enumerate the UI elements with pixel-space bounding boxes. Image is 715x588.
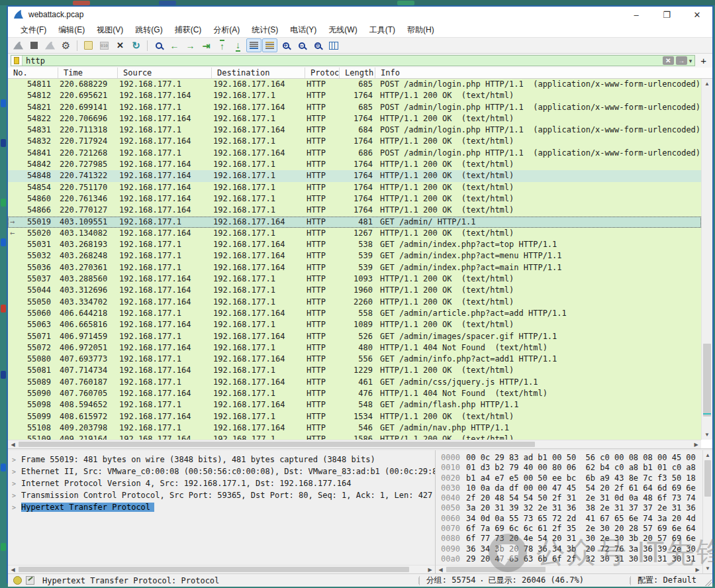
resize-grip[interactable] <box>705 579 712 586</box>
menu-item-9[interactable]: 工具(T) <box>363 23 401 37</box>
scroll-left-icon[interactable]: ◀ <box>436 565 446 573</box>
scrollbar-thumb[interactable] <box>446 567 546 572</box>
expander-icon[interactable]: > <box>12 478 21 489</box>
column-header-time[interactable]: Time <box>58 68 118 78</box>
hex-vscrollbar[interactable]: ▲ ▼ <box>702 450 712 573</box>
menu-item-1[interactable]: 编辑(E) <box>52 23 91 37</box>
packet-row[interactable]: 55099408.615972192.168.177.164192.168.17… <box>8 411 701 422</box>
column-header-info[interactable]: Info <box>375 68 712 78</box>
packet-row[interactable]: 54854220.751170192.168.177.164192.168.17… <box>8 182 701 193</box>
bookmark-icon[interactable] <box>11 56 23 66</box>
scroll-left-icon[interactable]: ◀ <box>8 565 18 573</box>
packet-row[interactable]: 54831220.711318192.168.177.1192.168.177.… <box>8 124 701 136</box>
packet-row[interactable]: 54811220.688229192.168.177.1192.168.177.… <box>8 79 701 90</box>
zoom-in-button[interactable]: + <box>278 38 293 52</box>
scroll-up-icon[interactable]: ▲ <box>703 450 712 460</box>
menu-item-3[interactable]: 跳转(G) <box>129 23 168 37</box>
scroll-up-icon[interactable]: ▲ <box>702 79 712 89</box>
apply-filter-icon[interactable]: → <box>676 56 687 65</box>
menu-item-4[interactable]: 捕获(C) <box>169 23 208 37</box>
menu-item-8[interactable]: 无线(W) <box>322 23 363 37</box>
packet-row[interactable]: 54812220.695621192.168.177.164192.168.17… <box>8 90 701 101</box>
packet-row[interactable]: 54860220.761346192.168.177.164192.168.17… <box>8 193 701 205</box>
packet-row[interactable]: 55050403.334702192.168.177.164192.168.17… <box>8 297 701 308</box>
maximize-button[interactable]: ❐ <box>651 7 682 23</box>
zoom-reset-button[interactable]: = <box>310 38 325 52</box>
packet-list-hscrollbar[interactable]: ◀ ▶ <box>8 440 701 448</box>
column-header-destination[interactable]: Destination <box>212 68 305 78</box>
hex-row[interactable]: 00706f 7a 69 6c 6c 61 2f 35 2e 30 20 28 … <box>436 524 702 534</box>
scroll-left-icon[interactable]: ◀ <box>8 440 18 448</box>
packet-row[interactable]: 55071406.971459192.168.177.1192.168.177.… <box>8 331 701 342</box>
hex-row[interactable]: 009036 34 3b 20 78 36 34 3b 20 72 76 3a … <box>436 544 702 554</box>
hex-row[interactable]: 003010 0a da df 00 00 47 45 54 20 2f 61 … <box>436 483 702 493</box>
open-file-button[interactable] <box>81 38 96 52</box>
hex-row[interactable]: 001001 d3 b2 79 40 00 80 06 62 b4 c0 a8 … <box>436 463 702 473</box>
reload-file-button[interactable]: ↻ <box>128 38 144 52</box>
expander-icon[interactable]: > <box>12 502 21 513</box>
go-to-top-button[interactable]: ↑ <box>215 38 230 52</box>
packet-row[interactable]: 54821220.699141192.168.177.1192.168.177.… <box>8 102 701 113</box>
packet-row[interactable]: 54822220.706696192.168.177.164192.168.17… <box>8 113 701 124</box>
scroll-right-icon[interactable]: ▶ <box>692 565 702 573</box>
packet-row[interactable]: 55019→403.109551192.168.177.1192.168.177… <box>8 217 701 228</box>
packet-row[interactable]: 55081407.714734192.168.177.164192.168.17… <box>8 365 701 376</box>
close-button[interactable]: ✕ <box>682 7 712 23</box>
hex-row[interactable]: 000000 0c 29 83 ad b1 00 50 56 c0 00 08 … <box>436 453 702 463</box>
resize-columns-button[interactable] <box>326 38 341 52</box>
hex-row[interactable]: 00a029 20 47 65 63 6b 6f 2f 32 30 31 30 … <box>436 554 702 564</box>
go-back-button[interactable]: ← <box>167 38 182 52</box>
detail-line-0[interactable]: >Frame 55019: 481 bytes on wire (3848 bi… <box>8 454 435 466</box>
menu-item-0[interactable]: 文件(F) <box>15 23 52 37</box>
packet-row[interactable]: 55060406.644218192.168.177.1192.168.177.… <box>8 308 701 319</box>
packet-list-vscrollbar[interactable]: ▲ ▼ <box>701 79 712 440</box>
display-filter-input[interactable]: http ✕ → ▾ <box>11 55 695 66</box>
packet-row[interactable]: 55020←403.134082192.168.177.164192.168.1… <box>8 228 701 239</box>
packet-row[interactable]: 55063406.665816192.168.177.164192.168.17… <box>8 319 701 330</box>
packet-row[interactable]: 54832220.717924192.168.177.164192.168.17… <box>8 136 701 147</box>
packet-row[interactable]: 55031403.268193192.168.177.1192.168.177.… <box>8 239 701 250</box>
save-file-button[interactable]: 010 <box>97 38 112 52</box>
scroll-down-icon[interactable]: ▼ <box>702 430 712 440</box>
expert-info-icon[interactable] <box>26 576 34 585</box>
expander-icon[interactable]: > <box>12 454 21 466</box>
capture-file-properties-icon[interactable] <box>13 576 22 585</box>
menu-item-5[interactable]: 分析(A) <box>207 23 246 37</box>
scrollbar-thumb[interactable] <box>704 460 711 497</box>
go-to-bottom-button[interactable]: ↓ <box>230 38 246 52</box>
start-capture-button[interactable] <box>11 38 26 52</box>
close-file-button[interactable]: ✕ <box>113 38 128 52</box>
expander-icon[interactable]: > <box>12 490 21 501</box>
packet-row[interactable]: 55037403.288560192.168.177.164192.168.17… <box>8 273 701 285</box>
filter-dropdown-icon[interactable]: ▾ <box>689 58 692 64</box>
find-packet-button[interactable] <box>151 38 166 52</box>
packet-row[interactable]: 55044403.312696192.168.177.164192.168.17… <box>8 285 701 296</box>
colorize-button[interactable] <box>262 38 277 52</box>
detail-line-4[interactable]: >Hypertext Transfer Protocol <box>8 501 435 513</box>
packet-row[interactable]: 54848220.741322192.168.177.164192.168.17… <box>8 170 701 181</box>
packet-row[interactable]: 55080407.693773192.168.177.1192.168.177.… <box>8 354 701 365</box>
go-forward-button[interactable]: → <box>183 38 198 52</box>
column-header-source[interactable]: Source <box>118 68 212 78</box>
menu-item-2[interactable]: 视图(V) <box>91 23 129 37</box>
packet-row[interactable]: 55098408.594652192.168.177.1192.168.177.… <box>8 399 701 411</box>
packet-row[interactable]: 55108409.203798192.168.177.1192.168.177.… <box>8 422 701 434</box>
packet-row[interactable]: 55089407.760187192.168.177.1192.168.177.… <box>8 377 701 388</box>
packet-row[interactable]: 54866220.770127192.168.177.164192.168.17… <box>8 205 701 216</box>
hex-hscrollbar[interactable]: ◀ ▶ <box>436 565 702 573</box>
hex-row[interactable]: 006034 0d 0a 55 73 65 72 2d 41 67 65 6e … <box>436 514 702 524</box>
minimize-button[interactable]: – <box>621 7 651 23</box>
column-header-no[interactable]: No. <box>8 68 58 78</box>
packet-row[interactable]: 55072406.972051192.168.177.164192.168.17… <box>8 342 701 354</box>
profile[interactable]: 配置: Default <box>630 576 703 585</box>
menu-item-6[interactable]: 统计(S) <box>246 23 284 37</box>
packet-row[interactable]: 55036403.270361192.168.177.1192.168.177.… <box>8 262 701 273</box>
restart-capture-button[interactable] <box>42 38 58 52</box>
go-to-packet-button[interactable]: ⇥ <box>199 38 214 52</box>
scroll-right-icon[interactable]: ▶ <box>425 565 435 573</box>
details-hscrollbar[interactable]: ◀ ▶ <box>8 565 435 573</box>
hex-row[interactable]: 0020b1 a4 e7 e5 00 50 ee bc 6b a9 43 8e … <box>436 473 702 483</box>
scrollbar-thumb[interactable] <box>703 344 711 416</box>
packet-row[interactable]: 54842220.727985192.168.177.164192.168.17… <box>8 159 701 170</box>
menu-item-7[interactable]: 电话(Y) <box>284 23 322 37</box>
